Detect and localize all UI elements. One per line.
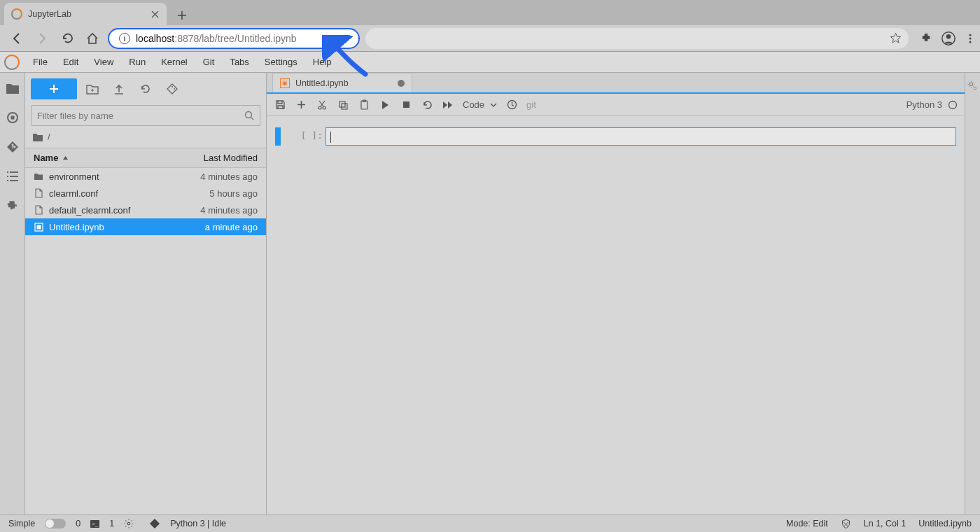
cursor-position[interactable]: Ln 1, Col 1: [864, 519, 906, 528]
search-icon: [244, 111, 254, 120]
kernel-status[interactable]: Python 3 | Idle: [170, 519, 226, 528]
extensions-sidebar-icon[interactable]: [6, 199, 20, 213]
browser-tab-strip: JupyterLab: [0, 0, 980, 25]
kernel-status-icon: [948, 100, 958, 110]
jupyter-logo-icon: [4, 55, 20, 70]
menu-tabs[interactable]: Tabs: [222, 53, 256, 71]
extensions-icon[interactable]: [920, 32, 932, 45]
browser-tab[interactable]: JupyterLab: [4, 3, 167, 25]
jupyter-favicon-icon: [11, 8, 22, 20]
menu-settings[interactable]: Settings: [257, 53, 305, 71]
close-icon[interactable]: [150, 9, 160, 19]
checkpoint-icon[interactable]: [505, 99, 518, 111]
text-cursor: [330, 132, 331, 143]
chevron-down-icon: [490, 103, 497, 107]
restart-run-all-button[interactable]: [442, 99, 454, 111]
folder-icon: [32, 132, 43, 142]
save-button[interactable]: [274, 99, 286, 111]
file-modified: 4 minutes ago: [200, 172, 258, 182]
address-bar-text: localhost:8878/lab/tree/Untitled.ipynb: [136, 33, 297, 44]
svg-point-24: [974, 87, 976, 89]
cell-input[interactable]: [326, 127, 956, 146]
restart-button[interactable]: [421, 99, 433, 111]
add-cell-button[interactable]: [295, 99, 307, 111]
file-row[interactable]: Untitled.ipynba minute ago: [25, 218, 266, 235]
git-pull-button[interactable]: [161, 78, 183, 99]
kernel-indicator[interactable]: Python 3: [906, 99, 958, 110]
new-launcher-button[interactable]: [31, 78, 77, 99]
menu-edit[interactable]: Edit: [55, 53, 86, 71]
property-inspector[interactable]: [965, 73, 980, 514]
notebook-tab-title: Untitled.ipynb: [295, 78, 349, 88]
notebook-tab[interactable]: ▣ Untitled.ipynb: [272, 73, 412, 92]
refresh-button[interactable]: [134, 78, 157, 99]
browser-toolbar: i localhost:8878/lab/tree/Untitled.ipynb: [0, 25, 980, 52]
menu-run[interactable]: Run: [121, 53, 153, 71]
file-browser-icon[interactable]: [6, 81, 20, 95]
file-row[interactable]: environment4 minutes ago: [25, 168, 266, 185]
active-file[interactable]: Untitled.ipynb: [918, 519, 972, 528]
svg-rect-16: [340, 102, 345, 107]
git-status-icon[interactable]: [149, 518, 160, 529]
svg-point-22: [949, 101, 957, 108]
home-button[interactable]: [83, 29, 102, 48]
info-icon[interactable]: i: [119, 33, 130, 44]
menu-icon[interactable]: [965, 33, 976, 44]
new-folder-button[interactable]: [81, 78, 104, 99]
notebook-cell-area[interactable]: [ ]:: [267, 116, 965, 514]
code-cell[interactable]: [ ]:: [275, 127, 956, 146]
back-button[interactable]: [7, 29, 27, 48]
gear-icon[interactable]: [124, 519, 134, 528]
svg-point-15: [323, 106, 326, 109]
toc-icon[interactable]: [6, 169, 20, 183]
profile-icon[interactable]: [941, 31, 956, 46]
file-modified: 4 minutes ago: [200, 205, 258, 216]
menu-git[interactable]: Git: [195, 53, 223, 71]
copy-button[interactable]: [337, 99, 349, 111]
breadcrumb[interactable]: /: [25, 126, 266, 148]
file-row[interactable]: default_clearml.conf4 minutes ago: [25, 202, 266, 218]
column-name[interactable]: Name: [34, 153, 69, 163]
svg-rect-20: [403, 102, 410, 108]
notebook-icon: [34, 222, 43, 232]
file-modified: 5 hours ago: [209, 188, 258, 199]
new-tab-button[interactable]: [172, 6, 192, 25]
simple-mode-toggle[interactable]: [45, 519, 66, 528]
menu-kernel[interactable]: Kernel: [153, 53, 195, 71]
reload-button[interactable]: [57, 29, 77, 48]
address-bar-extended[interactable]: [365, 28, 909, 49]
menu-help[interactable]: Help: [305, 53, 340, 71]
stop-button[interactable]: [400, 99, 412, 111]
run-button[interactable]: [379, 99, 391, 111]
filter-files-input[interactable]: [31, 105, 260, 126]
filter-files-text[interactable]: [37, 111, 244, 121]
paste-button[interactable]: [358, 99, 370, 111]
mode-indicator: Mode: Edit: [786, 519, 828, 528]
upload-button[interactable]: [108, 78, 130, 99]
menu-view[interactable]: View: [86, 53, 121, 71]
file-row[interactable]: clearml.conf5 hours ago: [25, 185, 266, 202]
address-bar[interactable]: i localhost:8878/lab/tree/Untitled.ipynb: [108, 28, 360, 49]
notebook-tabbar: ▣ Untitled.ipynb: [267, 73, 965, 94]
running-sessions-icon[interactable]: [6, 111, 20, 125]
star-icon[interactable]: [890, 32, 902, 44]
column-modified[interactable]: Last Modified: [204, 153, 258, 163]
trust-icon[interactable]: [841, 519, 851, 529]
terminals-count[interactable]: 1: [109, 519, 114, 528]
svg-point-9: [172, 86, 173, 88]
svg-point-3: [969, 37, 972, 39]
terminal-icon[interactable]: >_: [90, 520, 99, 528]
menu-file[interactable]: File: [25, 53, 55, 71]
unsaved-indicator-icon: [398, 80, 405, 87]
forward-button[interactable]: [32, 29, 52, 48]
cut-button[interactable]: [316, 99, 328, 111]
git-icon[interactable]: [6, 140, 20, 154]
breadcrumb-root[interactable]: /: [48, 132, 50, 142]
git-toolbar-label[interactable]: git: [526, 99, 536, 110]
cell-collapser[interactable]: [275, 127, 281, 146]
gears-icon[interactable]: [967, 80, 979, 514]
tabs-count[interactable]: 0: [76, 519, 80, 528]
cell-type-select[interactable]: Code: [463, 99, 497, 110]
menubar: File Edit View Run Kernel Git Tabs Setti…: [0, 52, 980, 73]
svg-point-14: [318, 106, 321, 109]
